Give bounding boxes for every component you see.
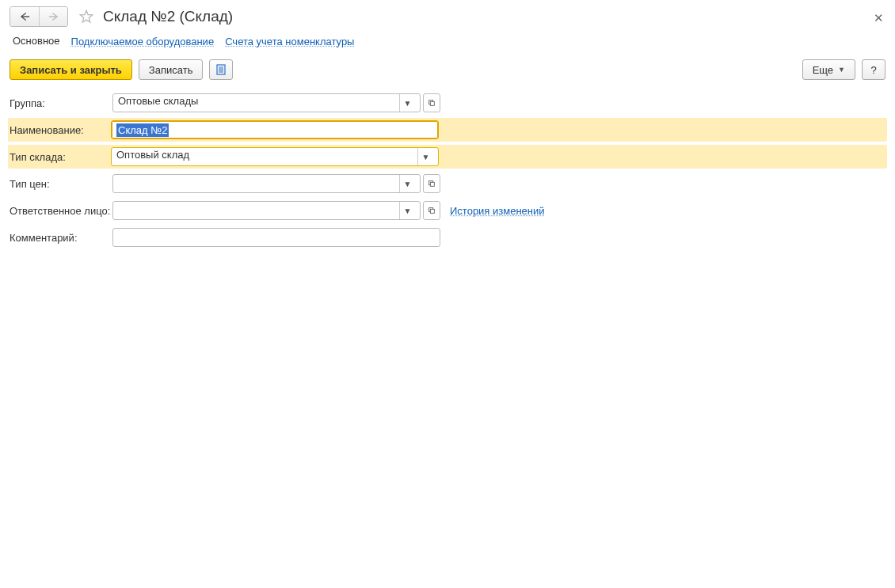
nav-group: [10, 6, 68, 27]
group-field[interactable]: Оптовые склады ▼: [112, 93, 421, 112]
row-comment: Комментарий:: [10, 226, 885, 249]
price-type-label: Тип цен:: [10, 178, 112, 190]
svg-rect-6: [430, 101, 434, 105]
group-open-button[interactable]: [423, 93, 440, 112]
price-type-field[interactable]: ▼: [112, 174, 421, 193]
svg-rect-10: [430, 209, 434, 213]
tabs: Основное Подключаемое оборудование Счета…: [0, 30, 895, 56]
responsible-open-button[interactable]: [423, 201, 440, 220]
price-type-dropdown-button[interactable]: ▼: [399, 175, 415, 192]
open-icon: [428, 207, 436, 214]
open-icon: [428, 99, 436, 107]
tab-equipment[interactable]: Подключаемое оборудование: [71, 36, 215, 47]
more-label: Еще: [813, 64, 833, 76]
save-and-close-button[interactable]: Записать и закрыть: [10, 59, 132, 80]
price-type-value: [118, 176, 399, 192]
svg-rect-8: [430, 182, 434, 186]
open-icon: [428, 180, 436, 188]
help-label: ?: [870, 64, 876, 76]
row-price-type: Тип цен: ▼: [10, 172, 885, 195]
type-dropdown-button[interactable]: ▼: [417, 148, 433, 165]
close-button[interactable]: ✕: [874, 11, 884, 25]
name-label: Наименование:: [8, 124, 111, 136]
responsible-label: Ответственное лицо:: [10, 205, 112, 217]
arrow-left-icon: [19, 12, 30, 21]
group-dropdown-button[interactable]: ▼: [399, 94, 415, 112]
comment-value: [118, 230, 435, 245]
history-link[interactable]: История изменений: [450, 205, 545, 217]
toolbar: Записать и закрыть Записать Еще ▼ ?: [0, 56, 895, 89]
arrow-right-icon: [48, 12, 59, 21]
more-button[interactable]: Еще ▼: [802, 59, 855, 80]
name-value: Склад №2: [116, 123, 169, 137]
responsible-value: [118, 203, 399, 218]
responsible-dropdown-button[interactable]: ▼: [399, 202, 415, 219]
responsible-field[interactable]: ▼: [112, 201, 421, 220]
chevron-down-icon: ▼: [404, 99, 412, 108]
list-icon: [215, 64, 227, 75]
tab-main[interactable]: Основное: [13, 35, 60, 48]
row-responsible: Ответственное лицо: ▼ История изменений: [10, 199, 885, 222]
page-title: Склад №2 (Склад): [103, 8, 233, 25]
forward-button[interactable]: [39, 7, 67, 26]
type-label: Тип склада:: [8, 151, 111, 163]
group-value: Оптовые склады: [118, 95, 399, 111]
svg-rect-0: [217, 65, 225, 74]
star-icon: [78, 9, 94, 25]
save-button[interactable]: Записать: [139, 59, 204, 80]
row-type: Тип склада: Оптовый склад ▼: [8, 145, 887, 169]
favorite-button[interactable]: [78, 8, 95, 25]
chevron-down-icon: ▼: [838, 66, 845, 74]
back-button[interactable]: [10, 7, 39, 26]
price-type-open-button[interactable]: [423, 174, 440, 193]
name-field[interactable]: Склад №2: [111, 120, 439, 139]
list-button[interactable]: [209, 59, 233, 80]
help-button[interactable]: ?: [862, 59, 885, 80]
row-name: Наименование: Склад №2: [8, 118, 887, 142]
type-value: Оптовый склад: [116, 149, 417, 165]
group-label: Группа:: [10, 97, 112, 109]
comment-field[interactable]: [112, 228, 440, 247]
type-field[interactable]: Оптовый склад ▼: [111, 147, 439, 166]
chevron-down-icon: ▼: [404, 207, 412, 215]
comment-label: Комментарий:: [10, 232, 112, 244]
tab-accounts[interactable]: Счета учета номенклатуры: [225, 36, 354, 47]
chevron-down-icon: ▼: [422, 153, 430, 161]
form: Группа: Оптовые склады ▼ Наименование: С…: [0, 89, 895, 254]
chevron-down-icon: ▼: [404, 180, 412, 188]
row-group: Группа: Оптовые склады ▼: [10, 91, 885, 115]
